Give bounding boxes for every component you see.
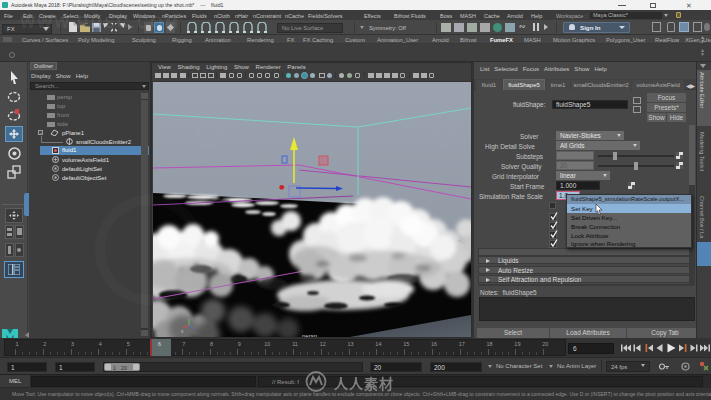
svg-text:persp: persp: [302, 333, 318, 337]
